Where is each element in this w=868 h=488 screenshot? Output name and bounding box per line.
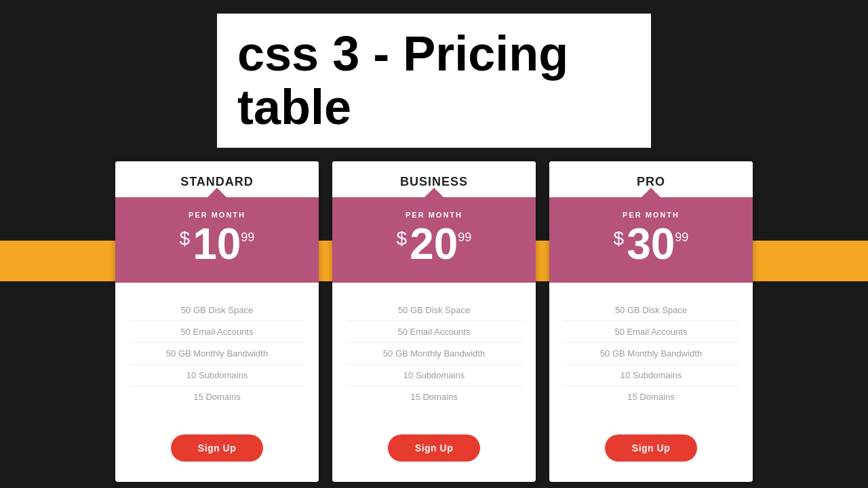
price-row-business: $ 20 99 [332,222,536,266]
feature-item: 50 GB Disk Space [563,300,739,321]
dollar-sign-pro: $ [614,228,625,249]
features-section-pro: 50 GB Disk Space 50 Email Accounts 50 GB… [549,283,753,421]
feature-item: 50 GB Disk Space [346,300,522,321]
signup-section-business: Sign Up [332,421,536,482]
signup-button-business[interactable]: Sign Up [388,434,480,462]
pricing-card-standard: STANDARD PER MONTH $ 10 99 50 GB Disk Sp… [115,161,319,482]
pricing-card-pro: PRO PER MONTH $ 30 99 50 GB Disk Space 5… [549,161,753,482]
feature-item: 50 GB Monthly Bandwidth [346,343,522,365]
feature-item: 50 GB Disk Space [129,300,305,321]
feature-item: 50 GB Monthly Bandwidth [563,343,739,365]
price-row-standard: $ 10 99 [115,222,319,266]
dollar-sign-standard: $ [180,228,191,249]
price-cents-standard: 99 [241,230,254,245]
feature-item: 50 Email Accounts [129,321,305,343]
feature-item: 50 GB Monthly Bandwidth [129,343,305,365]
feature-item: 10 Subdomains [563,365,739,386]
feature-item: 10 Subdomains [346,365,522,386]
signup-button-standard[interactable]: Sign Up [171,434,263,462]
pricing-card-business: BUSINESS PER MONTH $ 20 99 50 GB Disk Sp… [332,161,536,482]
features-section-standard: 50 GB Disk Space 50 Email Accounts 50 GB… [115,283,319,421]
price-section-pro: PER MONTH $ 30 99 [549,197,753,283]
price-main-standard: 10 [193,222,241,266]
signup-button-pro[interactable]: Sign Up [605,434,697,462]
pricing-table: STANDARD PER MONTH $ 10 99 50 GB Disk Sp… [0,161,868,482]
feature-item: 50 Email Accounts [563,321,739,343]
feature-item: 15 Domains [346,386,522,407]
dollar-sign-business: $ [397,228,408,249]
per-month-label-business: PER MONTH [332,211,536,219]
per-month-label-pro: PER MONTH [549,211,753,219]
price-main-pro: 30 [627,222,675,266]
price-cents-business: 99 [458,230,471,245]
price-section-standard: PER MONTH $ 10 99 [115,197,319,283]
price-main-business: 20 [410,222,458,266]
signup-section-pro: Sign Up [549,421,753,482]
price-section-business: PER MONTH $ 20 99 [332,197,536,283]
page-title: css 3 - Pricing table [237,27,631,134]
price-row-pro: $ 30 99 [549,222,753,266]
signup-section-standard: Sign Up [115,421,319,482]
feature-item: 50 Email Accounts [346,321,522,343]
features-section-business: 50 GB Disk Space 50 Email Accounts 50 GB… [332,283,536,421]
title-box: css 3 - Pricing table [217,14,651,148]
price-cents-pro: 99 [675,230,688,245]
feature-item: 15 Domains [563,386,739,407]
per-month-label-standard: PER MONTH [115,211,319,219]
feature-item: 15 Domains [129,386,305,407]
feature-item: 10 Subdomains [129,365,305,386]
